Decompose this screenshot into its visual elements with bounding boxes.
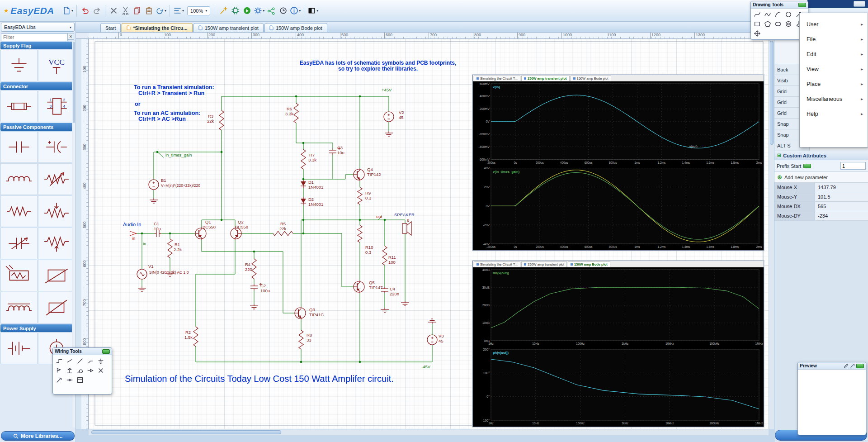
plot-tab[interactable]: 150W amp transient plot (521, 261, 567, 267)
capacitor-polarized-symbol[interactable] (38, 131, 75, 163)
connector-4pin-symbol[interactable]: 1324 (38, 90, 75, 122)
palette-toggle-icon[interactable] (856, 364, 864, 368)
toggle-icon[interactable] (803, 164, 811, 168)
pencil-icon[interactable] (844, 363, 849, 368)
capacitor-symbol[interactable] (0, 131, 38, 163)
run-icon[interactable] (241, 4, 253, 18)
rotate-icon[interactable]: ▾ (155, 4, 167, 18)
document-tab[interactable]: *Simulating the Circu... (122, 23, 192, 32)
transient-plot-image[interactable]: Simulating the Circuit T...150W amp tran… (472, 75, 764, 251)
bus-entry-icon[interactable] (85, 356, 95, 366)
canvas-annotation[interactable]: so try to explore their libraries. (338, 66, 418, 72)
wire-icon[interactable] (54, 356, 64, 366)
library-section-header[interactable]: Passive Components (0, 123, 75, 131)
ellipse-icon[interactable] (773, 19, 783, 29)
arrow-icon[interactable] (54, 375, 64, 385)
frame-icon[interactable] (75, 375, 85, 385)
menu-item-file[interactable]: File▸ (800, 32, 868, 47)
canvas-annotation[interactable]: Simulation of the Circuits Today Low Cos… (125, 374, 394, 384)
vcc-symbol[interactable]: VCC (38, 50, 75, 81)
bode-plot-image[interactable]: Simulating the Circuit T...150W amp tran… (472, 261, 764, 427)
rect-icon[interactable] (752, 19, 762, 29)
cut-icon[interactable] (119, 4, 131, 18)
menu-item-miscellaneous[interactable]: Miscellaneous▸ (800, 91, 868, 106)
info-icon[interactable]: ▾ (289, 4, 302, 18)
inductor-symbol[interactable] (0, 163, 38, 195)
photoresistor-symbol[interactable] (0, 260, 38, 291)
canvas-annotation[interactable]: Ctrl+R > Transient > Run (138, 90, 204, 96)
zoom-select[interactable]: 100%▾ (187, 6, 210, 15)
document-tab[interactable]: 150W amp Bode plot (264, 23, 327, 32)
schematic-canvas[interactable]: +45VV245R63.3kR322kR73.3kC310uin_times_g… (89, 39, 769, 429)
theme-icon[interactable]: ▾ (307, 4, 319, 18)
canvas-annotation[interactable]: To run a Transient simulation: (134, 84, 214, 90)
potentiometer-symbol[interactable] (38, 228, 75, 259)
plot-tab[interactable]: 150W amp Bode plot (568, 261, 610, 267)
library-section-header[interactable]: Supply Flag (0, 42, 75, 49)
custom-attributes-header[interactable]: ⊞Custom Attributes (774, 151, 868, 160)
file-icon[interactable]: ▾ (61, 4, 74, 18)
netflag-icon[interactable] (64, 366, 75, 375)
varistor-symbol[interactable] (38, 292, 75, 323)
circle-icon[interactable] (783, 10, 793, 19)
pin-icon[interactable] (85, 366, 95, 375)
schematic-labels[interactable]: +45VV245R63.3kR322kR73.3kC310uin_times_g… (123, 87, 444, 369)
arc-icon[interactable] (773, 10, 783, 19)
libs-select[interactable]: EasyEDA Libs ▾ (1, 23, 75, 32)
library-section-header[interactable]: Connector (0, 82, 75, 90)
clear-filter-icon[interactable]: ✕ (67, 33, 74, 40)
menu-item-user[interactable]: User▸ (800, 17, 868, 32)
window-minimize-button[interactable] (854, 1, 865, 7)
canvas-hscrollbar[interactable] (89, 429, 769, 435)
bezier-icon[interactable] (752, 10, 762, 19)
plot-tab[interactable]: 150W amp transient plot (521, 76, 570, 81)
drag-icon[interactable] (752, 29, 762, 38)
wand-icon[interactable] (217, 4, 229, 18)
plot-tab[interactable]: 150W amp Bode plot (571, 76, 611, 81)
plot-tab[interactable]: Simulating the Circuit T... (474, 261, 520, 267)
wiring-tools-title[interactable]: Wiring Tools (53, 348, 112, 355)
canvas-annotation[interactable]: To run an AC simulation: (134, 110, 200, 116)
coil-symbol[interactable] (0, 292, 38, 323)
plot-tab[interactable]: Simulating the Circuit T... (474, 76, 520, 81)
drawing-tools-title[interactable]: Drawing Tools (751, 1, 808, 9)
junction-icon[interactable] (64, 375, 75, 385)
copy-icon[interactable] (131, 4, 143, 18)
easyeda-logo[interactable]: ★ EasyEDA (4, 5, 54, 16)
footprint-icon[interactable] (229, 4, 241, 18)
add-new-parameter-link[interactable]: ⊕Add new parameter (774, 172, 868, 183)
ring-icon[interactable] (783, 19, 793, 29)
canvas-vscrollbar[interactable] (769, 39, 774, 429)
line-icon[interactable] (75, 356, 85, 366)
menu-item-edit[interactable]: Edit▸ (800, 47, 868, 62)
prefix-start-input[interactable] (840, 162, 866, 170)
voltage-probe-icon[interactable] (75, 366, 85, 375)
history-icon[interactable] (277, 4, 289, 18)
more-libraries-button[interactable]: More Libraries... (1, 431, 75, 441)
connector-2pin-symbol[interactable] (0, 90, 38, 122)
redo-icon[interactable] (91, 4, 103, 18)
settings-icon[interactable]: ▾ (253, 4, 265, 18)
export-icon[interactable] (850, 363, 855, 368)
thermistor-symbol[interactable] (38, 260, 75, 291)
filter-input[interactable] (1, 33, 68, 41)
undo-icon[interactable] (79, 4, 91, 18)
resistor-variable-symbol[interactable] (38, 163, 75, 195)
document-tab[interactable]: 150W amp transient plot (193, 23, 264, 32)
library-section-header[interactable]: Power Supply (0, 324, 75, 332)
preview-title[interactable]: Preview (798, 362, 866, 370)
capacitor-variable-symbol[interactable] (0, 228, 38, 259)
document-tab[interactable]: Start (100, 23, 121, 32)
resistor-adjustable-symbol[interactable] (38, 195, 75, 227)
paste-icon[interactable] (143, 4, 155, 18)
netlabel-icon[interactable] (54, 366, 64, 375)
palette-toggle-icon[interactable] (102, 349, 110, 354)
menu-item-view[interactable]: View▸ (800, 62, 868, 76)
expand-icon[interactable]: ⊞ (777, 152, 781, 158)
delete-icon[interactable] (108, 4, 119, 18)
bus-icon[interactable] (64, 356, 75, 366)
menu-item-help[interactable]: Help▸ (800, 106, 868, 121)
polygon-icon[interactable] (762, 19, 773, 29)
ground-icon[interactable] (95, 356, 106, 366)
menu-item-place[interactable]: Place▸ (800, 76, 868, 91)
